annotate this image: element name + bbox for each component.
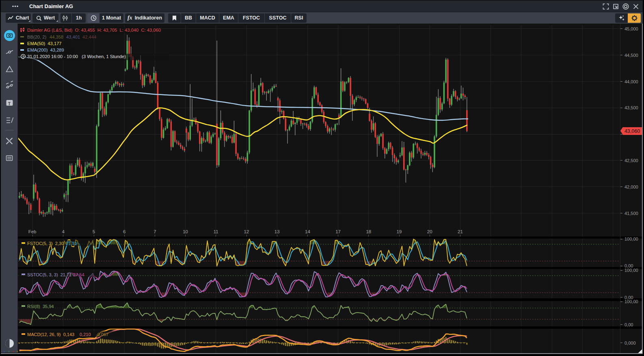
svg-text:44,358: 44,358 — [50, 35, 63, 39]
svg-text:17: 17 — [335, 229, 341, 234]
svg-text:27,54: 27,54 — [73, 272, 84, 277]
svg-text:42,000: 42,000 — [625, 185, 638, 189]
svg-text:100,00: 100,00 — [625, 237, 638, 241]
svg-text:BB(20, 2): BB(20, 2) — [27, 35, 47, 39]
svg-text:5: 5 — [93, 229, 95, 234]
svg-text:EMA(50) 43,177: EMA(50) 43,177 — [27, 41, 62, 46]
svg-text:100,00: 100,00 — [625, 299, 638, 304]
svg-text:21: 21 — [458, 229, 463, 234]
svg-text:43,500: 43,500 — [625, 105, 638, 110]
svg-text:44,500: 44,500 — [625, 53, 638, 58]
svg-text:41,500: 41,500 — [625, 211, 638, 216]
svg-text:21,71: 21,71 — [66, 241, 77, 246]
svg-text:14: 14 — [305, 229, 310, 234]
svg-text:42,444: 42,444 — [82, 35, 96, 39]
svg-text:-0,067: -0,067 — [96, 332, 108, 337]
svg-text:44,000: 44,000 — [625, 79, 638, 84]
svg-text:10: 10 — [183, 229, 188, 234]
svg-text:Daimler AG (L&S, Bid) O: 43,4: Daimler AG (L&S, Bid) O: 43,455 H: 43,70… — [27, 28, 161, 33]
svg-text:FSTOC(5, 3) 2,30: FSTOC(5, 3) 2,30 — [27, 241, 64, 246]
svg-text:7: 7 — [153, 229, 156, 234]
svg-text:12: 12 — [244, 229, 249, 234]
svg-text:0,210: 0,210 — [80, 332, 91, 337]
svg-text:100,00: 100,00 — [625, 268, 638, 273]
svg-text:31.01.2020 16:00 - 10:00 (3: 31.01.2020 16:00 - 10:00 (3 Wochen, 1 St… — [27, 54, 126, 59]
svg-text:42,500: 42,500 — [625, 158, 638, 163]
svg-text:43,060: 43,060 — [625, 128, 640, 134]
svg-text:MACD(12, 26, 9) 0,143: MACD(12, 26, 9) 0,143 — [27, 332, 74, 337]
svg-text:11: 11 — [214, 229, 218, 234]
svg-text:Feb: Feb — [28, 229, 37, 234]
svg-text:45,000: 45,000 — [625, 26, 638, 31]
svg-text:T: T — [8, 101, 11, 106]
svg-text:19: 19 — [397, 229, 402, 234]
svg-text:EMA(200) 43,289: EMA(200) 43,289 — [27, 48, 64, 52]
svg-text:RSI(8) 35,94: RSI(8) 35,94 — [27, 304, 54, 309]
svg-text:0,000: 0,000 — [625, 341, 636, 345]
svg-text:6: 6 — [123, 229, 125, 234]
svg-text:20: 20 — [427, 229, 432, 234]
svg-text:13: 13 — [274, 229, 280, 234]
svg-text:43,401: 43,401 — [66, 35, 80, 39]
svg-text:18: 18 — [366, 229, 371, 234]
svg-text:4: 4 — [62, 229, 65, 234]
svg-text:0,00: 0,00 — [625, 322, 633, 327]
svg-text:SSTOC(5, 3, 3) 21,71: SSTOC(5, 3, 3) 21,71 — [27, 272, 71, 277]
